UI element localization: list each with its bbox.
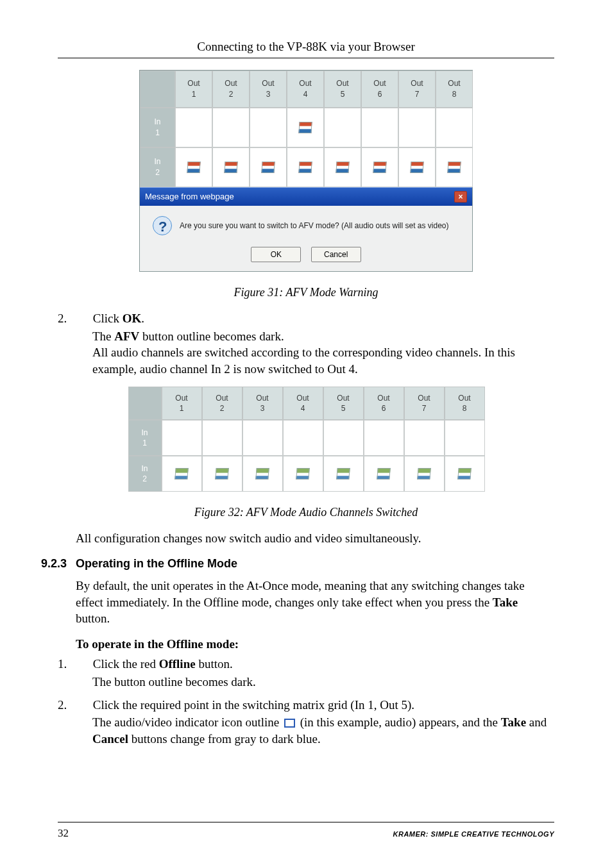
- offline-step-2: 2. Click the required point in the switc…: [74, 697, 554, 714]
- question-icon: [153, 216, 172, 235]
- step-text: .: [141, 312, 144, 325]
- step-number: 1.: [74, 656, 90, 672]
- video-indicator-icon: [224, 162, 237, 173]
- ok-button[interactable]: OK: [251, 247, 301, 262]
- grid-cell[interactable]: [250, 147, 287, 187]
- audio-indicator-icon: [296, 468, 310, 480]
- grid-cell[interactable]: [323, 420, 364, 456]
- col-head: Out6: [361, 71, 398, 108]
- grid-cell[interactable]: [364, 420, 404, 456]
- video-indicator-icon: [187, 162, 200, 173]
- grid-cell[interactable]: [398, 147, 436, 187]
- audio-indicator-icon: [457, 468, 472, 480]
- col-head: Out4: [287, 71, 324, 108]
- grid-cell[interactable]: [212, 108, 250, 147]
- grid-cell[interactable]: [242, 456, 283, 492]
- grid-cell[interactable]: [250, 108, 287, 147]
- section-title: Operating in the Offline Mode: [76, 557, 237, 570]
- step-text: Click the required point in the switchin…: [93, 698, 414, 712]
- indicator-outline-icon: [284, 719, 295, 728]
- audio-indicator-icon: [377, 468, 391, 480]
- video-indicator-icon: [373, 162, 386, 173]
- after-fig32-text: All configuration changes now switch aud…: [76, 530, 554, 547]
- grid-cell[interactable]: [445, 456, 485, 492]
- offline-word: Offline: [159, 657, 196, 671]
- audio-indicator-icon: [417, 468, 431, 480]
- page-footer: 32 KRAMER: SIMPLE CREATIVE TECHNOLOGY: [58, 822, 554, 841]
- grid-cell[interactable]: [445, 420, 485, 456]
- grid-cell[interactable]: [398, 108, 436, 147]
- video-indicator-icon: [261, 162, 275, 173]
- col-head: Out3: [242, 387, 283, 420]
- matrix-grid-1: Out1 Out2 Out3 Out4 Out5 Out6 Out7 Out8 …: [140, 71, 472, 187]
- close-icon[interactable]: ×: [454, 191, 467, 203]
- dialog-title-bar: Message from webpage ×: [140, 187, 472, 206]
- footer-brand: KRAMER: SIMPLE CREATIVE TECHNOLOGY: [393, 830, 554, 839]
- audio-indicator-icon: [215, 468, 229, 480]
- grid-cell[interactable]: [212, 147, 250, 187]
- grid-cell[interactable]: [283, 420, 323, 456]
- figure-31: Out1 Out2 Out3 Out4 Out5 Out6 Out7 Out8 …: [139, 70, 473, 272]
- grid-cell[interactable]: [287, 108, 324, 147]
- col-head: Out5: [324, 71, 361, 108]
- grid-cell[interactable]: [324, 147, 361, 187]
- procedure-subhead: To operate in the Offline mode:: [76, 636, 554, 653]
- offline-step-1: 1. Click the red Offline button.: [74, 656, 554, 672]
- grid-cell[interactable]: [404, 420, 445, 456]
- cancel-word: Cancel: [92, 732, 128, 746]
- step-explanation: All audio channels are switched accordin…: [92, 346, 515, 376]
- col-head: Out5: [323, 387, 364, 420]
- row-head: In2: [140, 147, 175, 187]
- grid-cell[interactable]: [324, 108, 361, 147]
- col-head: Out8: [445, 387, 485, 420]
- grid-cell[interactable]: [162, 420, 202, 456]
- grid-cell[interactable]: [202, 456, 242, 492]
- section-intro: By default, the unit operates in the At-…: [76, 578, 554, 627]
- running-head: Connecting to the VP-88K via your Browse…: [58, 38, 554, 55]
- matrix-grid-2: Out1 Out2 Out3 Out4 Out5 Out6 Out7 Out8 …: [128, 387, 484, 492]
- cancel-button[interactable]: Cancel: [311, 247, 361, 262]
- grid-cell[interactable]: [287, 147, 324, 187]
- afv-word: AFV: [114, 330, 139, 343]
- grid-cell[interactable]: [364, 456, 404, 492]
- take-word: Take: [501, 715, 526, 729]
- grid-cell[interactable]: [175, 108, 212, 147]
- grid-cell[interactable]: [436, 147, 473, 187]
- row-head: In2: [128, 456, 162, 492]
- audio-indicator-icon: [336, 468, 350, 480]
- figure-32-caption: Figure 32: AFV Mode Audio Channels Switc…: [58, 505, 554, 520]
- audio-indicator-icon: [255, 468, 269, 480]
- audio-indicator-icon: [174, 468, 189, 480]
- row-head: In1: [140, 108, 175, 147]
- section-heading: 9.2.3Operating in the Offline Mode: [41, 556, 554, 571]
- page-number: 32: [58, 826, 69, 841]
- step-body: The AFV button outline becomes dark. All…: [92, 328, 554, 378]
- col-head: Out4: [283, 387, 323, 420]
- col-head: Out2: [212, 71, 250, 108]
- grid-cell[interactable]: [283, 456, 323, 492]
- grid-cell[interactable]: [323, 456, 364, 492]
- figure-31-caption: Figure 31: AFV Mode Warning: [58, 285, 554, 300]
- col-head: Out8: [436, 71, 473, 108]
- grid-cell[interactable]: [162, 456, 202, 492]
- grid-cell[interactable]: [436, 108, 473, 147]
- take-word: Take: [493, 596, 518, 609]
- dialog-title: Message from webpage: [145, 191, 234, 203]
- section-number: 9.2.3: [41, 556, 76, 571]
- grid-cell[interactable]: [242, 420, 283, 456]
- step-2: 2. Click OK.: [74, 310, 554, 327]
- ok-word: OK: [123, 312, 142, 325]
- col-head: Out2: [202, 387, 242, 420]
- step-text: Click: [93, 312, 123, 325]
- grid-cell[interactable]: [175, 147, 212, 187]
- grid-cell[interactable]: [361, 108, 398, 147]
- matrix-corner: [140, 71, 175, 108]
- video-indicator-icon: [298, 122, 312, 133]
- dialog-body: Are you sure you want to switch to AFV m…: [140, 206, 472, 271]
- grid-cell[interactable]: [404, 456, 445, 492]
- grid-cell[interactable]: [202, 420, 242, 456]
- col-head: Out6: [364, 387, 404, 420]
- grid-cell[interactable]: [361, 147, 398, 187]
- step-body: The audio/video indicator icon outline (…: [92, 714, 554, 747]
- col-head: Out3: [250, 71, 287, 108]
